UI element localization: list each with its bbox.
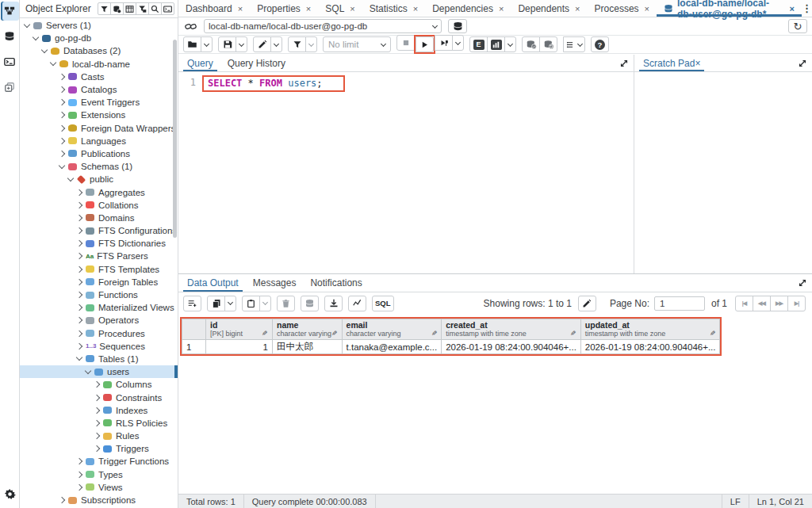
collapse-icon[interactable] — [59, 162, 65, 168]
filtered-rows-icon[interactable] — [136, 2, 149, 15]
close-icon[interactable]: × — [306, 4, 311, 13]
edit-button[interactable] — [253, 36, 271, 52]
query-tool-workspace-button[interactable] — [1, 27, 19, 46]
eol-status[interactable]: LF — [722, 495, 749, 508]
tab-sql[interactable]: SQL× — [318, 0, 362, 17]
macros-menu-button[interactable] — [563, 36, 585, 52]
cell-id[interactable]: 1 — [206, 340, 273, 354]
tree-item-trigger-functions[interactable]: Trigger Functions — [20, 455, 178, 468]
kebab-menu-icon[interactable]: ⋮ — [802, 0, 812, 17]
cancel-query-button[interactable] — [396, 35, 415, 51]
edit-menu-button[interactable] — [270, 36, 282, 52]
close-icon[interactable]: × — [645, 4, 649, 13]
show-sql-button[interactable]: SQL — [372, 296, 394, 311]
tab-statistics[interactable]: Statistics× — [362, 0, 425, 17]
tab-scratch-pad[interactable]: Scratch Pad × — [636, 55, 707, 71]
filter-icon[interactable] — [98, 2, 111, 15]
view-data-icon[interactable] — [123, 2, 136, 15]
execute-options-menu-button[interactable] — [452, 35, 464, 51]
tree-item-local-db-name[interactable]: local-db-name — [20, 58, 178, 71]
tree-item-subscriptions[interactable]: Subscriptions — [20, 494, 178, 506]
tree-item-fts-templates[interactable]: FTS Templates — [20, 263, 178, 276]
tree-item-collations[interactable]: Collations — [20, 199, 178, 212]
close-icon[interactable]: × — [575, 4, 580, 13]
tree-item-schemas-1-[interactable]: Schemas (1) — [20, 160, 178, 173]
expand-icon[interactable] — [76, 343, 82, 349]
open-file-menu-button[interactable] — [201, 36, 213, 52]
edit-column-icon[interactable]: ✎ — [331, 330, 338, 338]
processes-workspace-button[interactable] — [1, 78, 19, 97]
expand-icon[interactable] — [76, 215, 82, 221]
expand-icon[interactable] — [76, 227, 82, 234]
tree-item-types[interactable]: Types — [20, 468, 178, 481]
edit-column-icon[interactable]: ✎ — [570, 330, 576, 338]
page-number-input[interactable] — [654, 296, 705, 311]
expand-icon[interactable] — [59, 86, 65, 93]
expand-icon[interactable] — [94, 433, 100, 439]
search-icon[interactable] — [148, 2, 162, 15]
expand-icon[interactable] — [59, 497, 65, 503]
collapse-icon[interactable] — [33, 34, 39, 40]
close-icon[interactable]: × — [499, 4, 504, 13]
open-file-button[interactable] — [183, 36, 201, 52]
collapse-icon[interactable] — [50, 59, 56, 66]
row-limit-dropdown[interactable]: No limit — [323, 36, 391, 52]
first-page-button[interactable]: |◀ — [735, 296, 753, 311]
tab-dashboard[interactable]: Dashboard× — [178, 0, 250, 17]
tree-item-constraints[interactable]: Constraints — [20, 391, 178, 403]
add-row-button[interactable] — [183, 296, 201, 311]
paste-button[interactable] — [242, 296, 260, 311]
tree-item-tables-1-[interactable]: Tables (1) — [20, 353, 178, 365]
expand-icon[interactable] — [59, 151, 65, 157]
save-data-changes-button[interactable] — [301, 296, 319, 311]
scratch-pad-content[interactable] — [634, 72, 812, 273]
expand-icon[interactable] — [59, 124, 65, 131]
download-results-button[interactable] — [324, 296, 343, 311]
expand-icon[interactable] — [94, 445, 100, 452]
close-icon[interactable]: × — [238, 4, 243, 13]
tab-messages[interactable]: Messages — [246, 274, 304, 292]
previous-page-button[interactable]: ◀◀ — [753, 296, 771, 311]
tree-item-procedures[interactable]: Procedures — [20, 327, 178, 340]
rollback-button[interactable] — [539, 36, 557, 52]
graph-visualiser-button[interactable] — [348, 296, 366, 311]
tree-item-casts[interactable]: Casts — [20, 71, 178, 83]
expand-icon[interactable] — [76, 279, 82, 285]
tree-item-indexes[interactable]: Indexes — [20, 404, 178, 417]
collapse-icon[interactable] — [24, 21, 30, 27]
tab-notifications[interactable]: Notifications — [303, 274, 369, 292]
close-icon[interactable]: × — [695, 58, 700, 69]
tree-item-foreign-tables[interactable]: Foreign Tables — [20, 276, 178, 288]
explain-menu-button[interactable] — [504, 36, 516, 52]
expand-icon[interactable] — [94, 394, 100, 400]
settings-button[interactable] — [1, 484, 19, 503]
tab-dependents[interactable]: Dependents× — [511, 0, 587, 17]
tree-item-databases-2-[interactable]: Databases (2) — [20, 44, 178, 57]
psql-tool-workspace-button[interactable] — [1, 52, 19, 71]
edit-column-icon[interactable]: ✎ — [431, 330, 438, 338]
expand-icon[interactable] — [94, 381, 100, 388]
expand-icon[interactable] — [94, 420, 100, 426]
tab-query-history[interactable]: Query History — [220, 55, 293, 71]
tree-item-rules[interactable]: Rules — [20, 430, 178, 442]
tree-item-rls-policies[interactable]: RLS Policies — [20, 417, 178, 430]
expand-icon[interactable] — [59, 138, 65, 144]
save-menu-button[interactable] — [236, 36, 247, 52]
tab-data-output[interactable]: Data Output — [180, 274, 246, 292]
query-tool-icon[interactable] — [110, 2, 124, 15]
expand-icon[interactable] — [76, 458, 82, 464]
save-button[interactable] — [218, 36, 236, 52]
tree-item-publications[interactable]: Publications — [20, 147, 178, 160]
expand-icon[interactable] — [76, 240, 82, 246]
new-connection-button[interactable] — [448, 19, 467, 33]
column-header-email[interactable]: emailcharacter varying✎ — [342, 319, 442, 340]
expand-icon[interactable] — [76, 330, 82, 336]
tree-item-views[interactable]: Views — [20, 481, 178, 494]
next-page-button[interactable]: ▶▶ — [770, 296, 788, 311]
edit-column-icon[interactable]: ✎ — [710, 330, 716, 338]
cell-name[interactable]: 田中太郎 — [273, 340, 343, 354]
edit-column-icon[interactable]: ✎ — [262, 330, 268, 338]
copy-menu-button[interactable] — [224, 296, 236, 311]
tree-item-columns[interactable]: Columns — [20, 378, 178, 391]
expand-data-output-button[interactable] — [795, 278, 810, 288]
